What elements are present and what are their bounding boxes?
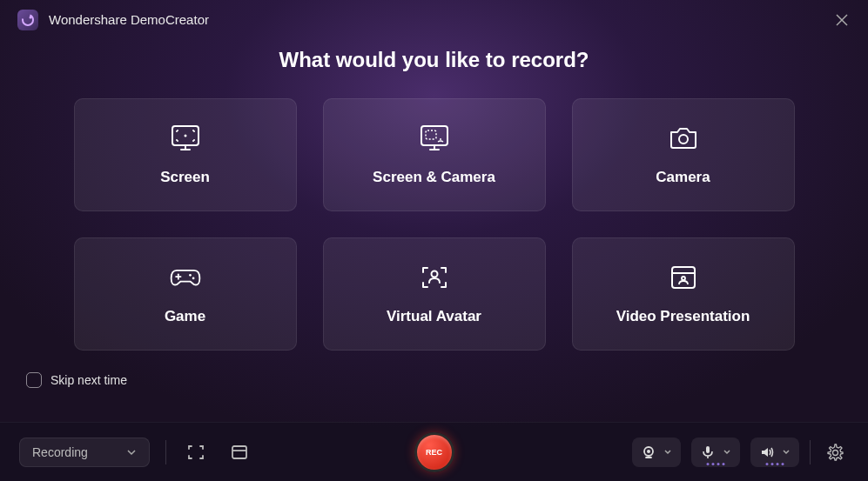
- window-button[interactable]: [225, 438, 253, 466]
- page-heading: What would you like to record?: [0, 48, 868, 72]
- chevron-down-icon: [723, 449, 731, 455]
- card-label: Screen & Camera: [373, 169, 495, 186]
- speaker-icon: [759, 444, 775, 460]
- svg-point-16: [189, 274, 192, 277]
- svg-rect-19: [672, 267, 695, 288]
- card-screen-camera[interactable]: Screen & Camera: [323, 98, 546, 211]
- record-button[interactable]: REC: [414, 432, 454, 472]
- toolbar-left: Recording: [19, 438, 253, 467]
- close-button[interactable]: [833, 11, 851, 29]
- speaker-toggle[interactable]: [750, 438, 799, 467]
- video-presentation-icon: [666, 263, 701, 292]
- svg-point-17: [192, 277, 194, 280]
- logo-icon: [21, 13, 35, 27]
- webcam-toggle[interactable]: [632, 438, 681, 467]
- app-logo: [17, 10, 38, 30]
- card-camera[interactable]: Camera: [572, 98, 795, 211]
- card-video-presentation[interactable]: Video Presentation: [572, 237, 795, 351]
- toolbar-center: REC: [414, 432, 454, 472]
- app-title: Wondershare DemoCreator: [49, 12, 209, 27]
- window-icon: [230, 443, 249, 462]
- toolbar-right: [632, 438, 849, 467]
- svg-point-29: [833, 450, 838, 455]
- settings-button[interactable]: [821, 438, 849, 466]
- card-screen[interactable]: Screen: [74, 98, 297, 211]
- titlebar-left: Wondershare DemoCreator: [17, 10, 209, 30]
- virtual-avatar-icon: [417, 263, 452, 292]
- bottom-toolbar: Recording REC: [0, 422, 868, 481]
- svg-point-12: [440, 138, 441, 140]
- microphone-toggle[interactable]: [691, 438, 740, 467]
- microphone-icon: [700, 444, 716, 460]
- svg-point-18: [431, 271, 437, 277]
- camera-icon: [666, 124, 701, 153]
- divider: [165, 440, 166, 464]
- webcam-icon: [641, 444, 656, 460]
- card-virtual-avatar[interactable]: Virtual Avatar: [323, 237, 546, 351]
- chevron-down-icon: [782, 449, 791, 455]
- skip-checkbox[interactable]: [26, 372, 42, 388]
- skip-row: Skip next time: [0, 351, 868, 397]
- mode-label: Recording: [32, 445, 88, 459]
- indicator-dots: [707, 463, 725, 465]
- skip-label: Skip next time: [50, 373, 127, 387]
- screen-camera-icon: [417, 124, 452, 153]
- chevron-down-icon: [126, 449, 137, 456]
- mode-dropdown[interactable]: Recording: [19, 438, 150, 467]
- capture-area-button[interactable]: [182, 438, 210, 466]
- card-game[interactable]: Game: [74, 237, 297, 351]
- card-label: Video Presentation: [616, 308, 750, 325]
- gear-icon: [826, 444, 844, 461]
- svg-point-13: [679, 135, 688, 144]
- svg-point-0: [23, 15, 33, 25]
- card-label: Game: [165, 308, 205, 325]
- svg-rect-11: [426, 130, 436, 139]
- chevron-down-icon: [663, 449, 672, 455]
- titlebar: Wondershare DemoCreator: [0, 0, 868, 39]
- svg-rect-27: [706, 446, 710, 453]
- close-icon: [836, 14, 848, 26]
- card-label: Camera: [656, 169, 710, 186]
- screen-icon: [168, 124, 203, 153]
- capture-area-icon: [186, 443, 205, 462]
- indicator-dots: [766, 463, 784, 465]
- rec-label: REC: [426, 448, 442, 457]
- game-icon: [168, 263, 203, 292]
- card-label: Screen: [160, 169, 210, 186]
- svg-rect-22: [232, 446, 246, 458]
- divider: [810, 440, 811, 464]
- svg-point-25: [647, 450, 650, 453]
- svg-point-21: [682, 277, 685, 280]
- card-label: Virtual Avatar: [387, 308, 481, 325]
- svg-point-1: [30, 16, 32, 18]
- record-options-grid: Screen Screen & Camera Camera: [0, 98, 868, 351]
- svg-point-7: [184, 135, 186, 137]
